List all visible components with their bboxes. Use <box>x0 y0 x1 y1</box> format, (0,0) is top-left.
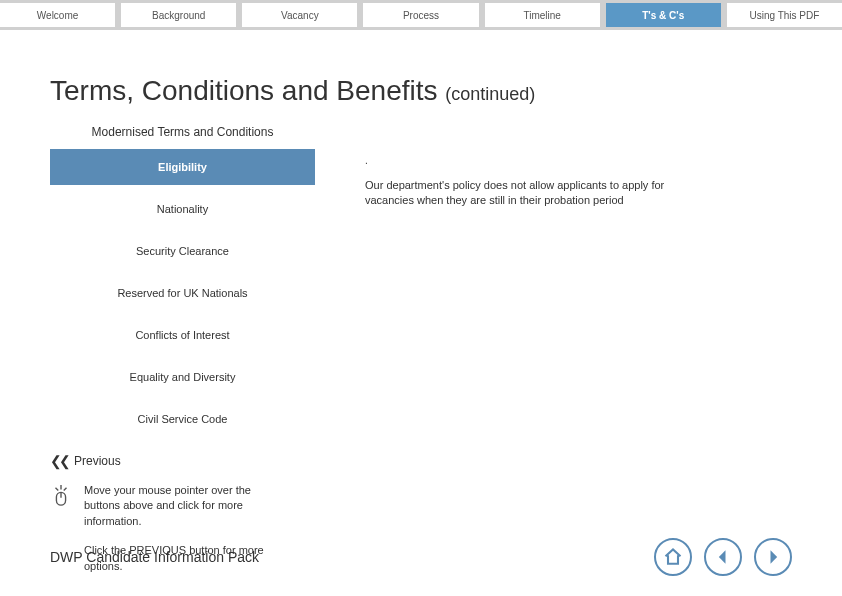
footer-nav-icons <box>654 538 792 576</box>
previous-label: Previous <box>74 454 121 468</box>
top-nav-bar: Welcome Background Vacancy Process Timel… <box>0 0 842 30</box>
sidebar-item-civil-service-code[interactable]: Civil Service Code <box>50 401 315 437</box>
tab-ts-and-cs[interactable]: T's & C's <box>606 3 727 27</box>
tab-label: Welcome <box>37 10 79 21</box>
footer-title: DWP Candidate Information Pack <box>50 549 259 565</box>
page-title: Terms, Conditions and Benefits (continue… <box>50 75 792 107</box>
dot-marker: . <box>365 155 792 166</box>
sidebar-item-eligibility[interactable]: Eligibility <box>50 149 315 185</box>
tab-welcome[interactable]: Welcome <box>0 3 121 27</box>
sidebar-item-conflicts[interactable]: Conflicts of Interest <box>50 317 315 353</box>
sidebar-item-equality[interactable]: Equality and Diversity <box>50 359 315 395</box>
home-icon <box>663 547 683 567</box>
sidebar-item-label: Conflicts of Interest <box>135 329 229 341</box>
tab-label: Process <box>403 10 439 21</box>
main-layout: Modernised Terms and Conditions Eligibil… <box>50 125 792 574</box>
tab-label: Using This PDF <box>749 10 819 21</box>
sidebar-item-label: Security Clearance <box>136 245 229 257</box>
hint-block: Move your mouse pointer over the buttons… <box>50 483 315 529</box>
sidebar-item-label: Nationality <box>157 203 208 215</box>
policy-text: Our department's policy does not allow a… <box>365 178 715 209</box>
home-button[interactable] <box>654 538 692 576</box>
content-area: Terms, Conditions and Benefits (continue… <box>0 30 842 574</box>
sidebar-heading: Modernised Terms and Conditions <box>50 125 315 139</box>
footer: DWP Candidate Information Pack <box>50 538 792 576</box>
sidebar-item-security-clearance[interactable]: Security Clearance <box>50 233 315 269</box>
tab-vacancy[interactable]: Vacancy <box>242 3 363 27</box>
tab-label: Timeline <box>523 10 560 21</box>
chevron-left-double-icon: ❮❮ <box>50 453 68 469</box>
tab-label: Background <box>152 10 205 21</box>
title-main: Terms, Conditions and Benefits <box>50 75 445 106</box>
tab-background[interactable]: Background <box>121 3 242 27</box>
sidebar: Modernised Terms and Conditions Eligibil… <box>50 125 315 574</box>
sidebar-item-label: Eligibility <box>158 161 207 173</box>
sidebar-item-reserved-uk[interactable]: Reserved for UK Nationals <box>50 275 315 311</box>
nav-forward-button[interactable] <box>754 538 792 576</box>
tab-using-this-pdf[interactable]: Using This PDF <box>727 3 842 27</box>
nav-back-button[interactable] <box>704 538 742 576</box>
tab-label: T's & C's <box>642 10 684 21</box>
arrow-left-icon <box>713 547 733 567</box>
sidebar-item-label: Civil Service Code <box>138 413 228 425</box>
sidebar-item-label: Reserved for UK Nationals <box>117 287 247 299</box>
tab-timeline[interactable]: Timeline <box>485 3 606 27</box>
title-continued: (continued) <box>445 84 535 104</box>
hint-text-1: Move your mouse pointer over the buttons… <box>84 483 264 529</box>
mouse-pointer-icon <box>50 483 72 513</box>
arrow-right-icon <box>763 547 783 567</box>
sidebar-item-nationality[interactable]: Nationality <box>50 191 315 227</box>
tab-label: Vacancy <box>281 10 319 21</box>
main-panel: . Our department's policy does not allow… <box>365 125 792 574</box>
tab-process[interactable]: Process <box>363 3 484 27</box>
previous-button[interactable]: ❮❮ Previous <box>50 453 315 469</box>
sidebar-item-label: Equality and Diversity <box>130 371 236 383</box>
